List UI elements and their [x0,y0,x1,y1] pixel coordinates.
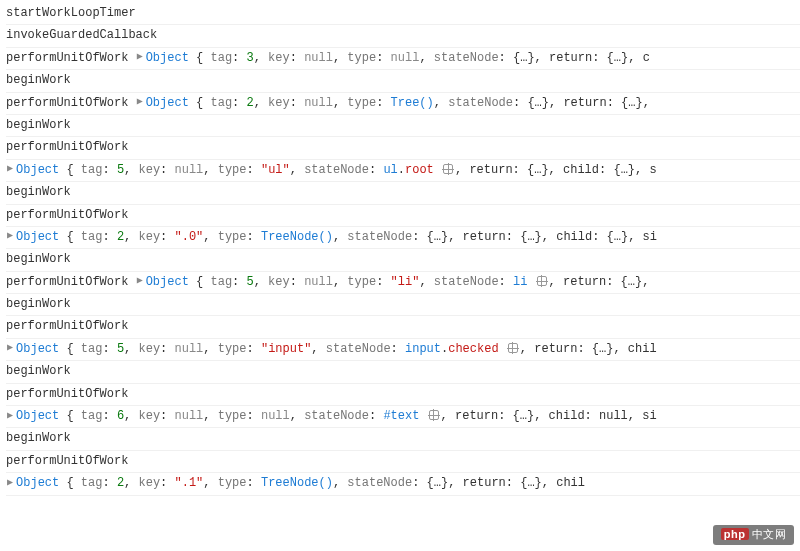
console-row[interactable]: beginWork [6,428,800,450]
log-message: performUnitOfWork [6,319,128,333]
logged-object[interactable]: ▶Object { tag: 5, key: null, type: "inpu… [6,342,657,356]
log-message: beginWork [6,73,71,87]
log-message: beginWork [6,118,71,132]
dom-node-picker-icon[interactable] [537,276,547,286]
console-row[interactable]: performUnitOfWork [6,384,800,406]
console-row[interactable]: beginWork [6,249,800,271]
console-row[interactable]: ▶Object { tag: 5, key: null, type: "ul",… [6,160,800,182]
console-row[interactable]: performUnitOfWork [6,451,800,473]
disclosure-triangle-icon[interactable]: ▶ [7,229,13,244]
console-log: startWorkLoopTimerinvokeGuardedCallbackp… [6,3,800,496]
console-row[interactable]: performUnitOfWork [6,137,800,159]
logged-object[interactable]: ▶Object { tag: 3, key: null, type: null,… [136,51,650,65]
console-row[interactable]: startWorkLoopTimer [6,3,800,25]
console-row[interactable]: ▶Object { tag: 5, key: null, type: "inpu… [6,339,800,361]
log-message: performUnitOfWork [6,51,128,65]
console-row[interactable]: beginWork [6,361,800,383]
dom-node-picker-icon[interactable] [443,164,453,174]
console-row[interactable]: ▶Object { tag: 2, key: ".1", type: TreeN… [6,473,800,495]
logged-object[interactable]: ▶Object { tag: 6, key: null, type: null,… [6,409,657,423]
logged-object[interactable]: ▶Object { tag: 5, key: null, type: "ul",… [6,163,657,177]
disclosure-triangle-icon[interactable]: ▶ [7,476,13,491]
log-message: invokeGuardedCallback [6,28,157,42]
dom-node-picker-icon[interactable] [508,343,518,353]
console-row[interactable]: performUnitOfWork [6,316,800,338]
log-message: performUnitOfWork [6,387,128,401]
logged-object[interactable]: ▶Object { tag: 2, key: ".1", type: TreeN… [6,476,585,490]
logged-object[interactable]: ▶Object { tag: 5, key: null, type: "li",… [136,275,650,289]
log-message: beginWork [6,185,71,199]
console-row[interactable]: beginWork [6,294,800,316]
log-message: beginWork [6,431,71,445]
console-row[interactable]: performUnitOfWork [6,205,800,227]
logged-object[interactable]: ▶Object { tag: 2, key: null, type: Tree(… [136,96,650,110]
watermark-text: 中文网 [752,528,787,540]
log-message: performUnitOfWork [6,96,128,110]
console-row[interactable]: ▶Object { tag: 2, key: ".0", type: TreeN… [6,227,800,249]
disclosure-triangle-icon[interactable]: ▶ [137,50,143,65]
disclosure-triangle-icon[interactable]: ▶ [7,162,13,177]
log-message: beginWork [6,297,71,311]
log-message: performUnitOfWork [6,208,128,222]
disclosure-triangle-icon[interactable]: ▶ [7,409,13,424]
disclosure-triangle-icon[interactable]: ▶ [137,274,143,289]
log-message: startWorkLoopTimer [6,6,136,20]
disclosure-triangle-icon[interactable]: ▶ [7,341,13,356]
disclosure-triangle-icon[interactable]: ▶ [137,95,143,110]
console-row[interactable]: performUnitOfWork ▶Object { tag: 2, key:… [6,93,800,115]
log-message: beginWork [6,364,71,378]
dom-node-picker-icon[interactable] [429,410,439,420]
logged-object[interactable]: ▶Object { tag: 2, key: ".0", type: TreeN… [6,230,657,244]
log-message: performUnitOfWork [6,454,128,468]
console-row[interactable]: beginWork [6,115,800,137]
console-row[interactable]: beginWork [6,70,800,92]
console-row[interactable]: performUnitOfWork ▶Object { tag: 5, key:… [6,272,800,294]
log-message: performUnitOfWork [6,140,128,154]
console-row[interactable]: ▶Object { tag: 6, key: null, type: null,… [6,406,800,428]
console-row[interactable]: performUnitOfWork ▶Object { tag: 3, key:… [6,48,800,70]
watermark-badge: php [721,528,749,540]
console-row[interactable]: beginWork [6,182,800,204]
console-row[interactable]: invokeGuardedCallback [6,25,800,47]
log-message: beginWork [6,252,71,266]
log-message: performUnitOfWork [6,275,128,289]
watermark: php中文网 [713,525,794,545]
